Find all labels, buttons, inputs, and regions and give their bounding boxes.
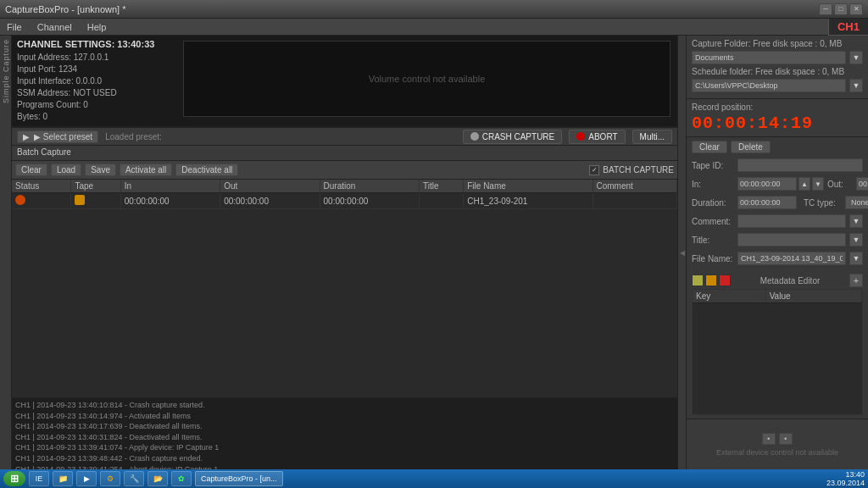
in-tc-input[interactable] [737, 177, 797, 191]
cell-comment [593, 193, 677, 209]
taskbar-icon-3[interactable]: ▶ [76, 471, 97, 486]
title-input[interactable] [737, 233, 846, 247]
titlebar: CaptureBoxPro - [unknown] * ─ □ ✕ [0, 0, 868, 19]
log-entry: CH1 | 2014-09-23 13:39:48:442 - Crash ca… [15, 453, 674, 464]
panel-divider[interactable]: ◀ [677, 36, 686, 469]
comment-label: Comment: [692, 217, 734, 226]
ssm-address: SSM Address: NOT USED [17, 87, 178, 99]
channel-settings-panel: CHANNEL SETTINGS: 13:40:33 Input Address… [12, 36, 677, 127]
log-entry: CH1 | 2014-09-23 13:40:17:639 - Deactiva… [15, 421, 674, 432]
duration-row: Duration: TC type: None [692, 196, 863, 209]
device-ctrl-btn-1[interactable]: ▪ [762, 433, 776, 445]
col-filename: File Name [464, 180, 593, 193]
taskbar-icon-7[interactable]: ✿ [171, 471, 192, 486]
schedule-folder-input[interactable] [692, 79, 846, 92]
batch-save-button[interactable]: Save [85, 164, 116, 176]
capture-folder-section: Capture Folder: Free disk space : 0, MB … [687, 36, 868, 99]
batch-activate-all-button[interactable]: Activate all [120, 164, 172, 176]
schedule-folder-browse-button[interactable]: ▼ [849, 79, 863, 92]
center-area: CHANNEL SETTINGS: 13:40:33 Input Address… [12, 36, 677, 469]
menu-help[interactable]: Help [84, 20, 110, 34]
batch-capture-label: BATCH CAPTURE [603, 165, 674, 175]
in-tc-down[interactable]: ▼ [812, 177, 824, 191]
batch-load-button[interactable]: Load [51, 164, 81, 176]
multi-button[interactable]: Multi... [632, 130, 672, 144]
taskbar-start-button[interactable]: ⊞ [3, 471, 25, 486]
menubar: File Channel Help [0, 19, 868, 36]
taskbar-icon-6[interactable]: 📂 [147, 471, 168, 486]
meta-color-orange-button[interactable] [705, 274, 717, 286]
metadata-toolbar: Metadata Editor + [692, 274, 863, 287]
batch-deactivate-all-button[interactable]: Deactivate all [175, 164, 238, 176]
meta-color-yellow-button[interactable] [692, 274, 704, 286]
taskbar-app-button[interactable]: CaptureBoxPro - [un... [195, 471, 283, 486]
filename-input[interactable] [737, 252, 846, 265]
menu-file[interactable]: File [3, 20, 25, 34]
tape-id-input[interactable] [737, 158, 863, 172]
taskbar-icon-1[interactable]: IE [29, 471, 49, 486]
right-batch-toolbar: Clear Delete [692, 141, 863, 153]
filename-expand-button[interactable]: ▼ [849, 252, 863, 265]
status-indicator [15, 195, 25, 205]
cell-out: 00:00:00:00 [220, 193, 320, 209]
col-duration: Duration [320, 180, 419, 193]
comment-row: Comment: ▼ [692, 214, 863, 228]
out-tc-input[interactable] [856, 177, 868, 191]
title-expand-button[interactable]: ▼ [849, 233, 863, 247]
cell-duration: 00:00:00:00 [320, 193, 419, 209]
cell-tape [71, 193, 120, 209]
maximize-button[interactable]: □ [834, 3, 848, 15]
filename-label: File Name: [692, 254, 734, 263]
metadata-add-button[interactable]: + [849, 274, 863, 287]
batch-clear-button[interactable]: Clear [15, 164, 47, 176]
tape-indicator [75, 195, 85, 205]
metadata-table: Key Value [692, 289, 863, 415]
taskbar-icon-5[interactable]: 🔧 [124, 471, 144, 486]
tape-id-row: Tape ID: [692, 158, 863, 172]
input-address: Input Address: 127.0.0.1 [17, 52, 178, 64]
col-tape: Tape [71, 180, 120, 193]
comment-input[interactable] [737, 214, 846, 228]
right-clear-button[interactable]: Clear [692, 141, 727, 153]
abort-button[interactable]: ABORT [569, 130, 625, 144]
duration-input[interactable] [737, 196, 797, 209]
cell-title [419, 193, 463, 209]
out-tc-row: ▲ ▼ [856, 177, 868, 191]
tc-type-select[interactable]: None [845, 196, 868, 209]
menu-channel[interactable]: Channel [34, 20, 75, 34]
batch-capture-checkbox[interactable]: ✓ [589, 165, 599, 175]
log-entry: CH1 | 2014-09-23 13:40:10:814 - Crash ca… [15, 400, 674, 411]
batch-toolbar: Clear Load Save Activate all Deactivate … [12, 161, 677, 180]
table-header-row: Status Tape In Out Duration Title File N… [12, 180, 677, 193]
cell-filename: CH1_23-09-201 [464, 193, 593, 209]
batch-section: Batch Capture Clear Load Save Activate a… [12, 146, 677, 469]
right-delete-button[interactable]: Delete [731, 141, 771, 153]
right-panel: Capture Folder: Free disk space : 0, MB … [686, 36, 868, 469]
batch-table: Status Tape In Out Duration Title File N… [12, 180, 677, 397]
capture-folder-input[interactable] [692, 51, 846, 64]
table-row[interactable]: 00:00:00:00 00:00:00:00 00:00:00:00 CH1_… [12, 193, 677, 209]
minimize-button[interactable]: ─ [819, 3, 832, 15]
col-out: Out [220, 180, 320, 193]
meta-color-red-button[interactable] [719, 274, 731, 286]
loaded-preset-label: Loaded preset: [105, 132, 162, 141]
channel-tab[interactable]: CH1 [828, 19, 868, 36]
abort-icon [576, 132, 585, 141]
comment-expand-button[interactable]: ▼ [849, 214, 863, 228]
channel-settings-title: CHANNEL SETTINGS: 13:40:33 [17, 39, 178, 49]
taskbar-time-display: 13:40 [826, 470, 865, 479]
device-ctrl-btn-2[interactable]: ▪ [779, 433, 793, 445]
in-tc-up[interactable]: ▲ [798, 177, 810, 191]
batch-capture-checkbox-row: ✓ BATCH CAPTURE [589, 165, 674, 175]
log-entry: CH1 | 2014-09-23 13:39:41:074 - Apply de… [15, 442, 674, 453]
taskbar-icon-4[interactable]: ⚙ [100, 471, 120, 486]
schedule-folder-label: Schedule folder: Free disk space : 0, MB [692, 67, 863, 76]
select-preset-button[interactable]: ▶ ▶ Select preset [17, 130, 98, 143]
taskbar-icon-2[interactable]: 📁 [53, 471, 73, 486]
capture-folder-browse-button[interactable]: ▼ [849, 51, 863, 64]
col-title: Title [419, 180, 463, 193]
crash-capture-button[interactable]: CRASH CAPTURE [463, 130, 563, 144]
col-comment: Comment [593, 180, 677, 193]
tape-id-label: Tape ID: [692, 161, 734, 170]
close-button[interactable]: ✕ [849, 3, 863, 15]
